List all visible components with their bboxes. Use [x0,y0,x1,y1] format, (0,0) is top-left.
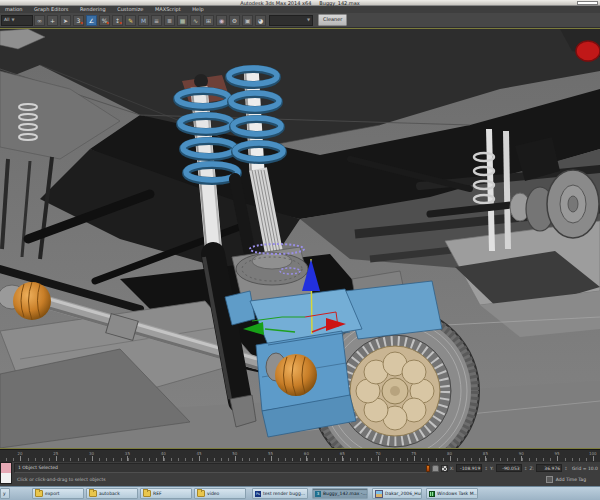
isolate-selection-icon[interactable] [426,465,430,472]
main-toolbar: All ▼ ∞+➤3◆∠%◆↕◆✎M≡≣▦∿⊞◉⚙▣◕ ▼ Cleaner [0,13,600,28]
time-tag-row[interactable]: Add Time Tag [546,476,586,483]
layer-manager-icon[interactable]: ≣ [164,15,175,26]
frame-tick-major [127,456,128,461]
frame-tick-major [306,456,307,461]
y-label: Y: [490,466,494,471]
render-production-icon[interactable]: ◕ [255,15,266,26]
taskbar-item-clipped[interactable]: y [0,488,10,499]
frame-tick-major [342,456,343,461]
listener-script-pane[interactable] [1,473,11,483]
frame-label: 60 [304,451,309,456]
frame-tick [99,458,100,461]
frame-tick [350,458,351,461]
mirror-icon[interactable]: M [138,15,149,26]
frame-label: 30 [89,451,94,456]
frame-tick [135,458,136,461]
angle-snap-icon[interactable]: ∠ [86,15,97,26]
frame-tick [49,458,50,461]
frame-tick [328,458,329,461]
frame-tick [471,458,472,461]
align-icon[interactable]: ≡ [151,15,162,26]
frame-tick [285,458,286,461]
frame-tick [364,458,365,461]
frame-tick-major [593,456,594,461]
frame-tick [292,458,293,461]
add-time-tag-label[interactable]: Add Time Tag [556,477,586,482]
taskbar-item-export[interactable]: export [32,488,84,499]
select-object-icon[interactable]: ➤ [60,15,71,26]
frame-tick-major [20,456,21,461]
percent-snap-icon[interactable]: %◆ [99,15,110,26]
3dsmax-application-window: Autodesk 3ds Max 2014 x64Buggy_142.max m… [0,0,600,500]
frame-tick [85,458,86,461]
maxscript-mini-listener[interactable] [0,462,12,484]
frame-tick [371,458,372,461]
infocenter-search-input[interactable] [577,1,598,5]
folder-icon [89,490,97,497]
frame-tick [543,458,544,461]
menu-graph-editors[interactable]: Graph Editors [29,6,73,13]
track-bar[interactable]: 20253035404550556065707580859095100 [0,449,600,462]
rendered-frame-icon[interactable]: ▣ [242,15,253,26]
taskbar-item-photoshop[interactable]: Ps test render bugg... [252,488,308,499]
frame-label: 50 [232,451,237,456]
frame-tick [185,458,186,461]
menu-help[interactable]: Help [187,6,208,13]
graphite-ribbon-icon[interactable]: ▦ [177,15,188,26]
y-spinner[interactable]: ↕ [524,466,528,471]
schematic-view-icon[interactable]: ⊞ [203,15,214,26]
3dsmax-icon: 3 [315,491,321,497]
select-and-link-icon[interactable]: ∞ [34,15,45,26]
spinner-snap-icon[interactable]: ↕◆ [112,15,123,26]
frame-tick [28,458,29,461]
perspective-viewport[interactable] [0,28,600,449]
menu-customize[interactable]: Customize [112,6,148,13]
frame-tick [113,458,114,461]
frame-tick [35,458,36,461]
selection-filter-combo[interactable]: All ▼ [1,15,33,26]
taskbar-item-ref[interactable]: REF [140,488,192,499]
frame-tick [171,458,172,461]
x-coordinate-field[interactable]: -108.919 [456,464,482,472]
absolute-mode-icon[interactable] [441,465,448,472]
named-selection-sets-combo[interactable]: ▼ [269,15,313,26]
frame-tick [457,458,458,461]
taskbar-item-image-viewer[interactable]: Dakar_2006_Hum... [372,488,422,499]
select-and-move-icon[interactable]: + [47,15,58,26]
folder-icon [197,490,205,497]
keyboard-override-icon[interactable]: ✎ [125,15,136,26]
frame-tick [142,458,143,461]
selection-lock-icon[interactable] [432,465,439,472]
material-editor-icon[interactable]: ◉ [216,15,227,26]
frame-tick [514,458,515,461]
listener-macro-pane[interactable] [1,463,11,473]
time-tag-icon [546,476,553,483]
snap-toggle-icon[interactable]: 3◆ [73,15,84,26]
frame-tick [386,458,387,461]
curve-editor-icon[interactable]: ∿ [190,15,201,26]
render-setup-icon[interactable]: ⚙ [229,15,240,26]
cleaner-button[interactable]: Cleaner [318,14,347,26]
frame-tick-major [485,456,486,461]
x-spinner[interactable]: ↕ [484,466,488,471]
frame-label: 75 [411,451,416,456]
selection-filter-value: All [4,16,10,24]
z-spinner[interactable]: ↕ [564,466,568,471]
frame-tick [228,458,229,461]
z-coordinate-field[interactable]: 36.976 [536,464,562,472]
y-coordinate-field[interactable]: -90.053 [496,464,522,472]
frame-label: 45 [196,451,201,456]
menu-rendering[interactable]: Rendering [75,6,111,13]
image-thumbnail-icon [375,490,383,498]
taskbar-item-3dsmax-active[interactable]: 3 Buggy_142.max -... [312,488,368,499]
taskbar-item-task-manager[interactable]: Windows Task M... [426,488,478,499]
frame-tick [264,458,265,461]
taskbar-item-video[interactable]: video [194,488,246,499]
frame-tick [70,458,71,461]
menu-animation[interactable]: mation [0,6,28,13]
frame-tick [500,458,501,461]
menu-maxscript[interactable]: MAXScript [150,6,186,13]
viewport-3d-scene[interactable] [0,29,600,448]
frame-tick [121,458,122,461]
taskbar-item-autoback[interactable]: autoback [86,488,138,499]
